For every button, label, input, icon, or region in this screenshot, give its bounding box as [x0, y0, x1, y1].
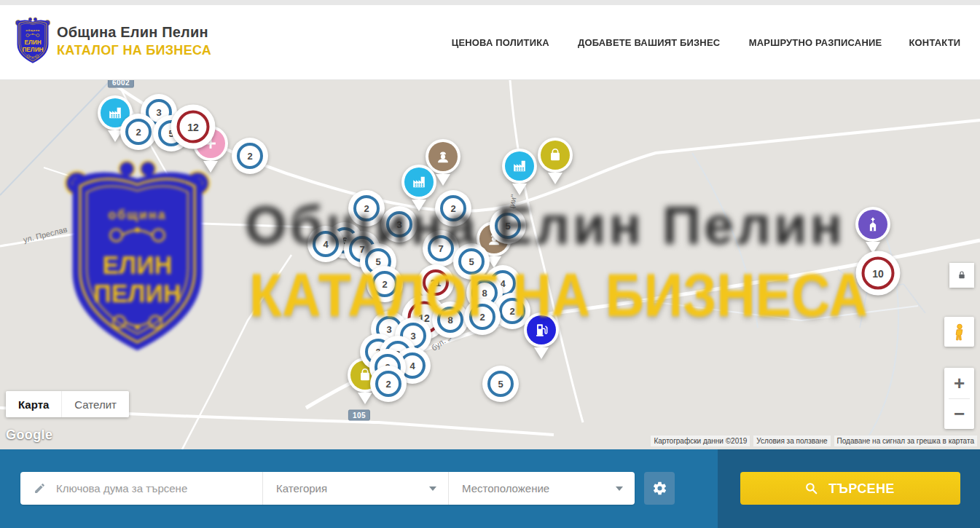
- cluster-count: 12: [187, 121, 199, 133]
- map-cluster-marker[interactable]: 5: [482, 366, 519, 402]
- lock-control[interactable]: [949, 263, 974, 288]
- cluster-count: 2: [136, 127, 141, 138]
- cluster-count: 10: [872, 267, 884, 279]
- site-header: Община Елин Пелин КАТАЛОГ НА БИЗНЕСА ЦЕН…: [0, 5, 980, 80]
- search-submit-button[interactable]: ТЪРСЕНЕ: [740, 472, 960, 505]
- attribution-report-link[interactable]: Подаване на сигнал за грешка в картата: [834, 436, 977, 446]
- bag-icon: [541, 141, 570, 170]
- google-logo[interactable]: Google: [6, 427, 52, 443]
- site-subtitle: КАТАЛОГ НА БИЗНЕСА: [57, 43, 211, 58]
- lock-icon: [956, 269, 968, 281]
- search-button-label: ТЪРСЕНЕ: [828, 481, 895, 497]
- gear-icon: [652, 481, 667, 496]
- search-bar: Категория Местоположение ТЪРСЕНЕ: [0, 449, 980, 528]
- logo-texts: Община Елин Пелин КАТАЛОГ НА БИЗНЕСА: [57, 24, 211, 58]
- map-type-map-button[interactable]: Карта: [6, 391, 61, 417]
- zoom-control: + −: [944, 368, 974, 429]
- pencil-icon: [34, 482, 46, 494]
- nav-item[interactable]: КОНТАКТИ: [909, 37, 961, 48]
- chevron-down-icon: [616, 486, 623, 491]
- cluster-ring: 5: [487, 371, 514, 397]
- nav-item[interactable]: ЦЕНОВА ПОЛИТИКА: [452, 37, 549, 48]
- watermark-crest-icon: [62, 157, 213, 359]
- cluster-ring: 12: [177, 111, 210, 143]
- location-select[interactable]: Местоположение: [448, 472, 635, 505]
- search-fields-group: Категория Местоположение: [20, 472, 635, 505]
- site-logo-link[interactable]: Община Елин Пелин КАТАЛОГ НА БИЗНЕСА: [15, 16, 211, 66]
- watermark-subtitle: КАТАЛОГ НА БИЗНЕСА: [249, 260, 868, 331]
- site-title: Община Елин Пелин: [57, 24, 211, 41]
- map-cluster-marker[interactable]: 2: [232, 138, 268, 174]
- pegman-control[interactable]: [944, 317, 974, 347]
- watermark-title: Община Елин Пелин: [245, 194, 845, 256]
- location-select-label: Местоположение: [462, 482, 549, 494]
- map-cluster-marker[interactable]: 2: [120, 114, 157, 150]
- cluster-ring: 2: [375, 371, 401, 397]
- pin-tail: [548, 173, 562, 184]
- keyword-field: [20, 472, 262, 505]
- worker-icon: [428, 142, 458, 171]
- cluster-count: 4: [409, 360, 415, 371]
- map-attribution: Картографски данни ©2019 Условия за полз…: [651, 436, 977, 446]
- pegman-icon: [950, 323, 969, 342]
- zoom-in-button[interactable]: +: [944, 368, 974, 398]
- cluster-count: 2: [385, 379, 391, 390]
- attribution-copyright: Картографски данни ©2019: [651, 436, 750, 446]
- pin-tail: [534, 347, 549, 359]
- cluster-count: 3: [156, 107, 161, 118]
- cluster-count: 2: [247, 151, 252, 162]
- map-canvas[interactable]: 6002105ул. Преславбул. „Новоселции"32512…: [0, 80, 980, 449]
- cluster-ring: 2: [125, 119, 152, 145]
- category-select[interactable]: Категория: [262, 472, 448, 505]
- pin-tail: [512, 184, 527, 195]
- cluster-count: 5: [498, 379, 503, 390]
- nav-item[interactable]: МАРШРУТНО РАЗПИСАНИЕ: [749, 37, 882, 48]
- page: Община Елин Пелин КАТАЛОГ НА БИЗНЕСА ЦЕН…: [0, 0, 980, 528]
- cluster-ring: 2: [237, 143, 263, 169]
- chevron-down-icon: [429, 486, 436, 491]
- top-strip: [0, 0, 980, 5]
- factory-icon: [505, 151, 534, 181]
- nav-item[interactable]: ДОБАВЕТЕ ВАШИЯТ БИЗНЕС: [578, 37, 720, 48]
- keyword-search-input[interactable]: [55, 481, 262, 495]
- map-type-control: Карта Сателит: [6, 391, 129, 417]
- zoom-out-button[interactable]: −: [944, 399, 974, 430]
- map-cluster-marker[interactable]: 2: [370, 366, 407, 402]
- search-icon: [804, 481, 818, 495]
- map-cluster-marker[interactable]: 12: [171, 105, 216, 149]
- pin-tail: [436, 174, 450, 186]
- attribution-terms-link[interactable]: Условия за ползване: [753, 436, 830, 446]
- category-select-label: Категория: [276, 482, 327, 494]
- municipality-crest-icon: [15, 16, 51, 66]
- advanced-search-button[interactable]: [644, 472, 675, 505]
- pin-tail: [358, 393, 372, 404]
- church-icon: [858, 210, 887, 239]
- factory-icon: [404, 168, 434, 197]
- main-nav: ЦЕНОВА ПОЛИТИКАДОБАВЕТЕ ВАШИЯТ БИЗНЕСМАР…: [450, 5, 962, 80]
- cluster-count: 3: [410, 331, 415, 342]
- map-type-satellite-button[interactable]: Сателит: [61, 391, 129, 417]
